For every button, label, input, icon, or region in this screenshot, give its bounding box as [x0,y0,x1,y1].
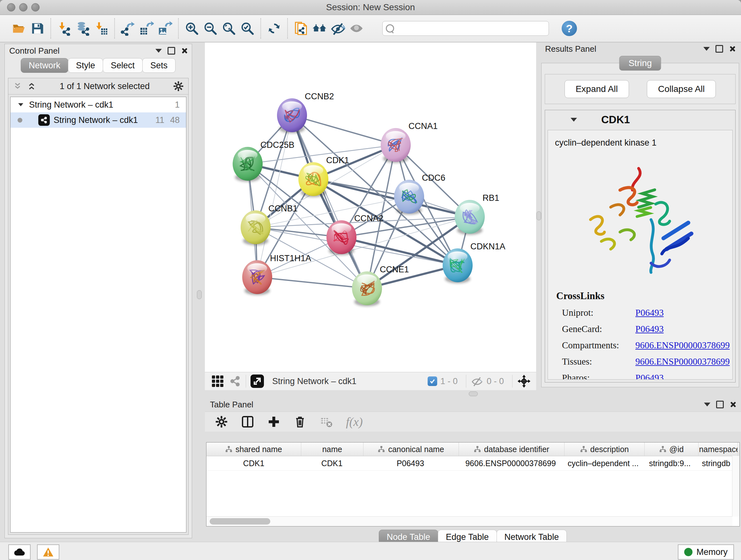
float-panel-icon[interactable] [716,45,723,53]
crosslink-link[interactable]: P06493 [635,307,664,318]
export-image-icon[interactable] [156,18,174,39]
crosslink-link[interactable]: P06493 [635,324,664,334]
eye-icon[interactable] [347,18,366,39]
homes-icon[interactable] [310,18,329,39]
eye-slash-icon[interactable] [329,18,347,39]
memory-button[interactable]: Memory [678,544,734,560]
column-header-namespace[interactable]: namespace [698,442,738,456]
network-node-CDC6[interactable] [394,180,424,214]
refresh-icon[interactable] [265,18,283,39]
panel-menu-icon[interactable] [155,49,162,53]
import-database-icon[interactable] [73,18,92,39]
network-graph[interactable]: CCNB2CCNA1CDC25BCDK1CDC6RB1CCNB1CCNA2CDK… [205,43,536,372]
trash-icon[interactable] [293,415,307,428]
selected-checkbox-icon[interactable] [428,376,437,386]
network-node-CCNA2[interactable] [327,220,356,255]
crosslink-link[interactable]: 9606.ENSP00000378699 [635,340,730,351]
network-node-CCNB2[interactable] [277,98,307,133]
network-edge[interactable] [257,115,292,277]
network-node-CDK1[interactable] [298,162,328,197]
panel-menu-icon[interactable] [704,402,711,407]
crosslink-link[interactable]: 9606.ENSP00000378699 [635,356,730,367]
grid-view-icon[interactable] [212,375,223,387]
import-network-icon[interactable] [55,18,73,39]
zoom-fit-icon[interactable] [219,18,238,39]
tab-network[interactable]: Network [21,58,68,73]
share-document-icon[interactable] [292,18,310,39]
tab-sets[interactable]: Sets [142,58,176,73]
table-cell[interactable]: stringdb:9... [643,456,697,470]
network-node-HIST1H1A[interactable] [242,260,272,295]
crosslink-link[interactable]: P06493 [635,373,664,380]
zoom-out-icon[interactable] [201,18,219,39]
column-header-name[interactable]: name [301,442,363,456]
open-folder-icon[interactable] [10,18,28,39]
float-panel-icon[interactable] [716,401,724,408]
collapse-all-button[interactable]: Collapse All [647,80,716,98]
add-row-icon[interactable] [267,415,280,428]
table-cell[interactable]: stringdb [697,456,736,470]
network-edge[interactable] [257,277,367,288]
expand-all-button[interactable]: Expand All [564,80,629,98]
network-row[interactable]: String Network – cdk1 11 48 [10,112,186,128]
expand-all-icon[interactable] [27,81,37,91]
tab-select[interactable]: Select [103,58,143,73]
zoom-selected-icon[interactable] [238,18,257,39]
close-panel-icon[interactable] [729,46,735,52]
close-panel-icon[interactable] [181,48,187,54]
table-cell[interactable]: 9606.ENSP00000378699 [458,456,563,470]
table-cell[interactable]: cyclin–dependent ... [563,456,643,470]
function-builder-icon[interactable]: f(x) [346,415,363,429]
save-icon[interactable] [28,18,47,39]
entry-expander-icon[interactable] [570,118,577,122]
close-panel-icon[interactable] [730,401,736,408]
delete-table-icon[interactable] [320,415,333,428]
network-node-CCNB1[interactable] [241,210,271,245]
export-table-icon[interactable] [137,18,156,39]
panel-menu-icon[interactable] [703,47,710,51]
open-external-icon[interactable] [251,374,264,388]
table-cell[interactable]: P06493 [363,456,458,470]
left-splitter-handle[interactable] [197,290,202,299]
column-header-shared-name[interactable]: shared name [206,442,301,456]
gear-icon[interactable] [215,415,228,428]
tab-style[interactable]: Style [68,58,103,73]
main-toolbar: ? [0,15,741,43]
column-header-@id[interactable]: @id [645,442,698,456]
tab-string[interactable]: String [619,56,661,71]
gear-icon[interactable] [173,81,184,91]
horizontal-splitter-handle[interactable] [469,391,478,396]
column-header-canonical-name[interactable]: canonical name [363,442,459,456]
cloud-status-button[interactable] [8,544,30,560]
help-icon[interactable]: ? [562,21,577,36]
export-network-icon[interactable] [119,18,137,39]
string-share-icon[interactable] [229,375,241,387]
network-collection-row[interactable]: String Network – cdk1 1 [10,97,186,112]
zoom-in-icon[interactable] [183,18,201,39]
float-panel-icon[interactable] [167,47,175,55]
column-header-database-identifier[interactable]: database identifier [459,442,564,456]
search-input[interactable] [397,23,545,34]
network-node-CCNA1[interactable] [381,128,411,163]
add-column-icon[interactable] [241,415,254,428]
table-vertical-scrollbar[interactable] [732,456,739,516]
table-row[interactable]: CDK1CDK1P064939606.ENSP00000378699cyclin… [206,456,739,471]
import-table-icon[interactable] [92,18,111,39]
network-canvas[interactable]: CCNB2CCNA1CDC25BCDK1CDC6RB1CCNB1CCNA2CDK… [205,43,536,372]
column-header-description[interactable]: description [564,442,645,456]
warning-status-button[interactable] [37,544,59,560]
network-node-CDKN1A[interactable] [443,248,473,283]
table-cell[interactable]: CDK1 [301,456,363,470]
network-node-CDC25B[interactable] [232,147,263,182]
collection-expander-icon[interactable] [18,103,23,106]
column-header-label: shared name [235,445,282,454]
node-entry-header[interactable]: CDK1 [545,110,735,129]
collapse-all-icon[interactable] [13,81,22,91]
table-horizontal-scrollbar[interactable] [206,516,732,526]
move-crosshair-icon[interactable] [517,374,531,388]
hidden-eye-slash-icon[interactable] [471,375,483,388]
scrollbar-thumb[interactable] [210,518,270,524]
table-cell[interactable]: CDK1 [206,456,301,470]
network-node-CCNE1[interactable] [352,271,382,306]
network-node-RB1[interactable] [455,200,485,235]
